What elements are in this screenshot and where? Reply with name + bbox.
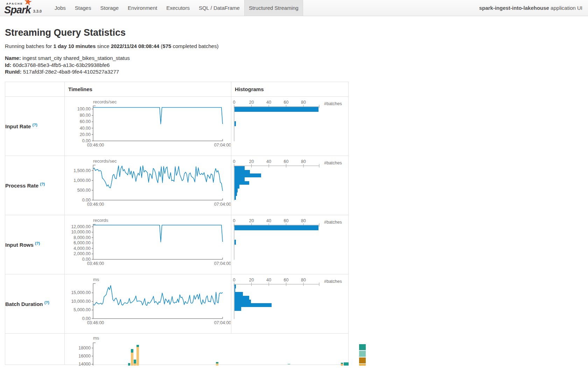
table-row-process-rate: Process Rate (?) records/sec0.00500.001,… — [5, 156, 349, 215]
query-runid-line: RunId: 517afd3f-28e2-4ba8-9fe4-4102527a3… — [5, 68, 583, 75]
page-content: Streaming Query Statistics Running batch… — [0, 27, 588, 365]
timelines-header: Timelines — [65, 82, 231, 96]
histograms-header: Histograms — [231, 82, 349, 96]
svg-text:07:04:00: 07:04:00 — [214, 320, 231, 325]
running-since-word: since — [96, 43, 111, 49]
row-label: Input Rate — [5, 123, 31, 129]
svg-text:60: 60 — [284, 159, 289, 164]
svg-text:20: 20 — [249, 278, 254, 282]
svg-text:0: 0 — [233, 159, 236, 164]
spark-logo[interactable]: APACHE Spark ★ 3.3.0 — [0, 0, 45, 16]
svg-text:8,000.00: 8,000.00 — [74, 235, 91, 240]
row-label-cell: Batch Duration (?) — [5, 274, 65, 333]
nav-tab[interactable]: Executors — [162, 0, 194, 16]
svg-text:07:04:00: 07:04:00 — [214, 261, 231, 266]
query-name-value: ingest smart_city shared_bikes_station_s… — [21, 55, 130, 61]
svg-text:#batches: #batches — [324, 161, 342, 165]
table-header-row: Timelines Histograms — [5, 82, 349, 96]
svg-text:18000: 18000 — [78, 346, 91, 350]
nav-tab[interactable]: Jobs — [50, 0, 70, 16]
spark-version: 3.3.0 — [33, 9, 42, 13]
svg-text:40: 40 — [266, 218, 271, 223]
stats-table: Timelines Histograms Input Rate (?) reco… — [5, 82, 349, 365]
svg-text:80: 80 — [301, 100, 306, 105]
svg-text:1,500.00: 1,500.00 — [74, 168, 91, 173]
svg-text:03:46:00: 03:46:00 — [87, 261, 104, 266]
svg-text:03:46:00: 03:46:00 — [87, 320, 104, 325]
help-link[interactable]: (?) — [44, 300, 49, 305]
svg-text:20: 20 — [249, 100, 254, 105]
empty-header-cell — [5, 82, 65, 96]
running-duration: 1 day 10 minutes — [53, 43, 96, 49]
svg-text:40: 40 — [266, 159, 271, 164]
svg-text:40: 40 — [266, 100, 271, 105]
table-row-input-rate: Input Rate (?) records/sec0.0020.0040.00… — [5, 96, 349, 156]
svg-text:80: 80 — [301, 218, 306, 223]
svg-text:16000: 16000 — [78, 354, 91, 359]
nav-tab[interactable]: Environment — [123, 0, 162, 16]
help-link[interactable]: (?) — [35, 241, 40, 245]
svg-text:40.00: 40.00 — [80, 125, 91, 130]
table-row-batch-duration: Batch Duration (?) ms0.005,000.0010,000.… — [5, 274, 349, 333]
svg-text:500.00: 500.00 — [77, 188, 91, 192]
help-link[interactable]: (?) — [40, 182, 45, 186]
svg-text:records/sec: records/sec — [93, 158, 117, 164]
row-label-cell: Input Rate (?) — [5, 96, 65, 156]
query-name-label: Name: — [5, 55, 21, 61]
input-rows-timeline-chart: records0.002,000.004,000.006,000.008,000… — [65, 215, 231, 274]
page-title: Streaming Query Statistics — [5, 27, 583, 38]
operation-duration-stacked-chart: ms140001600018000 — [65, 334, 373, 366]
svg-text:60: 60 — [284, 100, 289, 105]
running-batches-line: Running batches for 1 day 10 minutes sin… — [5, 43, 583, 49]
input-rate-timeline-chart: records/sec0.0020.0040.0060.0080.00100.0… — [65, 97, 231, 156]
svg-text:records: records — [93, 218, 108, 223]
svg-text:14000: 14000 — [78, 362, 91, 366]
nav-tabs: JobsStagesStorageEnvironmentExecutorsSQL… — [50, 0, 303, 16]
row-label: Input Rows — [5, 242, 34, 248]
svg-text:12,000.00: 12,000.00 — [71, 224, 91, 229]
svg-text:07:04:00: 07:04:00 — [214, 202, 231, 207]
svg-text:60.00: 60.00 — [80, 119, 91, 124]
input-rows-histogram-chart: 020406080#batches — [231, 215, 348, 274]
svg-text:40: 40 — [266, 278, 271, 282]
nav-tab[interactable]: Structured Streaming — [244, 0, 303, 16]
help-link[interactable]: (?) — [33, 123, 37, 127]
row-label-cell: Process Rate (?) — [5, 156, 65, 215]
nav-tab[interactable]: Storage — [96, 0, 123, 16]
svg-text:03:46:00: 03:46:00 — [87, 202, 104, 207]
svg-text:10,000.00: 10,000.00 — [71, 230, 91, 234]
running-since-timestamp: 2022/11/24 08:08:44 — [111, 43, 159, 49]
svg-text:ms: ms — [93, 277, 99, 282]
table-row-input-rows: Input Rows (?) records0.002,000.004,000.… — [5, 215, 349, 274]
top-nav: APACHE Spark ★ 3.3.0 JobsStagesStorageEn… — [0, 0, 588, 16]
batch-duration-timeline-chart: ms0.005,000.0010,000.0015,000.0003:46:00… — [65, 274, 231, 333]
row-label: Batch Duration — [5, 301, 43, 307]
process-rate-histogram-chart: 020406080#batches — [231, 156, 348, 215]
spark-star-icon: ★ — [23, 0, 33, 7]
query-runid-value: 517afd3f-28e2-4ba8-9fe4-4102527a3277 — [21, 69, 119, 75]
query-name-line: Name: ingest smart_city shared_bikes_sta… — [5, 55, 583, 62]
completed-batches-count: 575 — [162, 43, 171, 49]
svg-text:100.00: 100.00 — [77, 107, 91, 111]
svg-text:1,000.00: 1,000.00 — [74, 178, 91, 183]
operation-duration-chart-wrap: ms140001600018000 — [65, 334, 348, 364]
table-row-operation-duration: ms140001600018000 — [5, 333, 349, 364]
svg-text:80.00: 80.00 — [80, 113, 91, 118]
svg-text:10,000.00: 10,000.00 — [71, 299, 91, 304]
svg-text:0: 0 — [233, 278, 236, 282]
query-id-value: 60dc3768-85e3-4fb5-a13c-63b29938bfe6 — [11, 62, 110, 68]
app-title-suffix: application UI — [549, 5, 582, 11]
nav-tab[interactable]: Stages — [70, 0, 96, 16]
svg-text:2,000.00: 2,000.00 — [74, 251, 91, 256]
query-id-label: Id: — [5, 62, 11, 68]
nav-tab[interactable]: SQL / DataFrame — [194, 0, 244, 16]
svg-text:#batches: #batches — [324, 101, 342, 106]
svg-text:0: 0 — [233, 100, 236, 105]
running-prefix: Running batches for — [5, 43, 53, 49]
batch-duration-histogram-chart: 020406080#batches — [231, 274, 348, 333]
svg-text:5,000.00: 5,000.00 — [74, 307, 91, 312]
running-paren: ( — [159, 43, 162, 49]
running-suffix: completed batches) — [171, 43, 218, 49]
svg-text:#batches: #batches — [324, 279, 342, 284]
app-name: spark-ingest-into-lakehouse — [479, 5, 549, 11]
